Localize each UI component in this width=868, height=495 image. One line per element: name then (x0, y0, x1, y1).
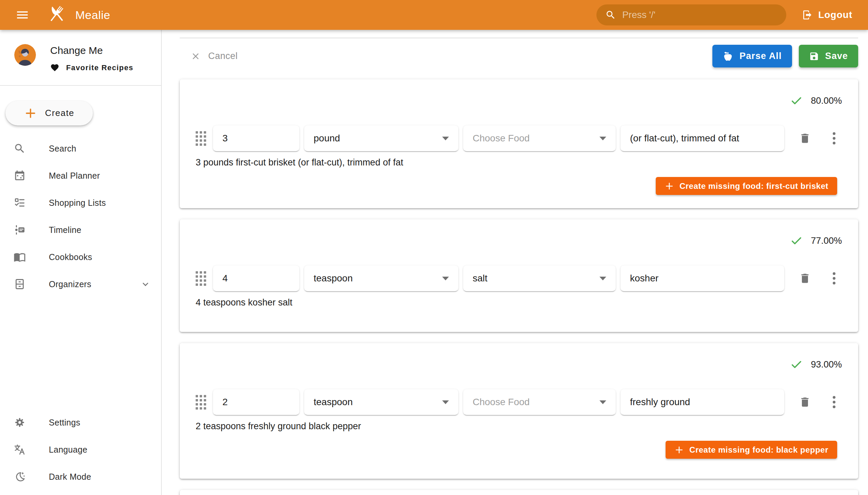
chevron-down-icon (442, 137, 449, 140)
sidebar-item-timeline[interactable]: Timeline (0, 216, 161, 243)
note-input[interactable] (620, 125, 784, 151)
avatar[interactable] (14, 44, 36, 66)
unit-select[interactable]: teaspoon (304, 266, 458, 291)
ingredient-parser-page: Cancel Parse All Save 80.00% pound (162, 30, 868, 495)
food-select[interactable]: Choose Food (463, 389, 616, 415)
check-icon (790, 358, 803, 371)
sidebar-item-shopping-lists[interactable]: Shopping Lists (0, 189, 161, 216)
quantity-input[interactable] (213, 266, 300, 291)
search-icon (14, 142, 26, 155)
missing-food-row: Create missing food: black pepper (195, 441, 842, 459)
parse-all-button[interactable]: Parse All (712, 45, 792, 67)
heart-icon (50, 63, 59, 72)
create-missing-food-button[interactable]: Create missing food: first-cut brisket (656, 177, 837, 195)
logout-icon (802, 10, 813, 20)
calendar-icon (14, 170, 26, 182)
app-bar: Mealie Logout (0, 0, 868, 30)
sidebar-item-settings[interactable]: Settings (0, 409, 160, 436)
ingredient-card: 80.00% pound Choose Food 3 pounds first-… (180, 79, 858, 208)
missing-food-row: Create missing food: first-cut brisket (195, 177, 842, 195)
chevron-down-icon (442, 400, 449, 404)
more-button[interactable] (826, 394, 842, 410)
global-search[interactable] (596, 4, 786, 25)
confidence-row: 77.00% (195, 235, 842, 246)
user-section: Change Me Favorite Recipes (0, 30, 161, 72)
content-top-divider (180, 38, 858, 38)
ingredient-fields-row: teaspoon salt (195, 266, 842, 291)
logout-button[interactable]: Logout (802, 10, 852, 20)
delete-button[interactable] (797, 394, 813, 410)
check-icon (790, 95, 803, 107)
kebab-menu-icon (833, 132, 835, 144)
favorite-recipes-label: Favorite Recipes (66, 63, 133, 72)
more-button[interactable] (826, 131, 842, 146)
unit-select[interactable]: pound (304, 125, 458, 151)
save-icon (809, 51, 819, 62)
timeline-icon (14, 224, 26, 236)
trash-icon (799, 396, 811, 408)
favorite-recipes-link[interactable]: Favorite Recipes (50, 63, 133, 72)
search-icon (605, 10, 616, 20)
note-input[interactable] (620, 266, 784, 291)
cancel-button[interactable]: Cancel (190, 51, 238, 62)
drag-handle-icon[interactable] (195, 395, 206, 410)
chevron-down-icon (599, 400, 606, 404)
trash-icon (799, 272, 811, 285)
delete-button[interactable] (797, 271, 813, 286)
sidebar: Change Me Favorite Recipes Create Search… (0, 30, 162, 495)
user-info: Change Me Favorite Recipes (50, 44, 133, 72)
confidence-value: 80.00% (811, 96, 842, 106)
plus-icon (24, 107, 37, 120)
sidebar-item-meal-planner[interactable]: Meal Planner (0, 162, 161, 189)
original-ingredient-text: 4 teaspoons kosher salt (195, 297, 842, 308)
sidebar-nav: Search Meal Planner Shopping Lists Timel… (0, 135, 161, 298)
food-select[interactable]: salt (463, 266, 616, 291)
translate-icon (14, 443, 26, 456)
delete-button[interactable] (797, 131, 813, 146)
save-button[interactable]: Save (799, 45, 858, 67)
file-cabinet-icon (14, 278, 26, 290)
user-name: Change Me (50, 45, 133, 56)
ingredient-card: 93.00% teaspoon Choose Food 2 teaspoons … (180, 343, 858, 479)
sidebar-item-cookbooks[interactable]: Cookbooks (0, 243, 161, 271)
plus-icon (675, 445, 684, 455)
drag-handle-icon[interactable] (195, 271, 206, 286)
chevron-down-icon (442, 277, 449, 280)
create-missing-food-button[interactable]: Create missing food: black pepper (666, 441, 837, 459)
menu-icon[interactable] (12, 4, 33, 26)
chevron-down-icon (140, 279, 151, 290)
sidebar-item-dark-mode[interactable]: Dark Mode (0, 463, 160, 490)
confidence-value: 77.00% (811, 236, 842, 246)
sidebar-item-search[interactable]: Search (0, 135, 161, 162)
ingredient-cards: 80.00% pound Choose Food 3 pounds first-… (180, 79, 858, 495)
app-title: Mealie (75, 8, 110, 22)
ingredient-fields-row: pound Choose Food (195, 125, 842, 151)
kebab-menu-icon (833, 396, 835, 408)
food-select-value: Choose Food (473, 397, 530, 408)
unit-select-value: teaspoon (313, 397, 353, 408)
note-input[interactable] (620, 389, 784, 415)
ingredient-card-partial (180, 490, 858, 495)
plus-icon (665, 182, 674, 191)
sidebar-item-organizers[interactable]: Organizers (0, 271, 161, 298)
ingredient-fields-row: teaspoon Choose Food (195, 389, 842, 415)
quantity-input[interactable] (213, 125, 300, 151)
original-ingredient-text: 2 teaspoons freshly ground black pepper (195, 421, 842, 432)
food-select-value: Choose Food (473, 133, 530, 144)
chevron-down-icon (599, 277, 606, 280)
checklist-icon (14, 197, 26, 209)
quantity-input[interactable] (213, 389, 300, 415)
more-button[interactable] (826, 271, 842, 286)
confidence-row: 93.00% (195, 359, 842, 370)
unit-select[interactable]: teaspoon (304, 389, 458, 415)
search-input[interactable] (622, 10, 778, 20)
drag-handle-icon[interactable] (195, 131, 206, 146)
unit-select-value: teaspoon (313, 273, 353, 284)
create-button[interactable]: Create (5, 101, 93, 125)
food-select-value: salt (473, 273, 488, 284)
check-icon (790, 235, 803, 247)
sidebar-item-language[interactable]: Language (0, 436, 160, 463)
food-select[interactable]: Choose Food (463, 125, 616, 151)
trash-icon (799, 132, 811, 144)
parser-toolbar: Cancel Parse All Save (180, 45, 858, 67)
